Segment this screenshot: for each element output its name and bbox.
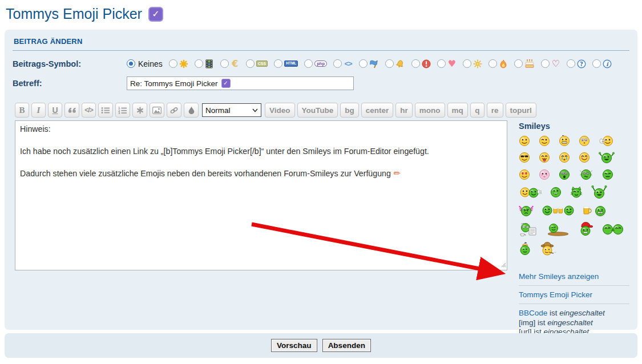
url-button[interactable] — [167, 103, 181, 118]
smiley-buddies-thumbs[interactable] — [519, 186, 542, 199]
post-icon-radio-idea[interactable] — [463, 59, 482, 68]
list-item-button[interactable] — [132, 103, 147, 118]
radio[interactable] — [411, 59, 420, 68]
preview-button[interactable]: Vorschau — [271, 339, 317, 352]
message-textarea[interactable]: Hinweis:Ich habe noch zusätzlich einen L… — [15, 120, 507, 270]
smiley-lounging[interactable] — [547, 223, 570, 236]
code-button[interactable]: </> — [82, 103, 96, 118]
smiley-reading-news[interactable] — [519, 222, 538, 237]
hr-button[interactable]: hr — [395, 103, 413, 118]
post-icon-radio-flag[interactable] — [359, 59, 379, 68]
tommys-emoji-picker-link[interactable]: Tommys Emoji Picker — [519, 290, 629, 299]
post-icon-radio-heart-outline[interactable]: ♡ — [541, 59, 560, 68]
radio[interactable] — [437, 59, 446, 68]
submit-button[interactable]: Absenden — [322, 339, 371, 352]
quote-button[interactable] — [64, 103, 79, 118]
bg-button[interactable]: bg — [340, 103, 359, 118]
radio[interactable] — [220, 59, 229, 68]
bold-button[interactable]: B — [15, 103, 29, 118]
post-icon-radio-euro[interactable]: € — [220, 58, 240, 69]
smiley-cat-wink[interactable] — [570, 187, 583, 198]
radio[interactable] — [333, 59, 342, 68]
radio[interactable] — [304, 59, 313, 68]
smiley-cool[interactable] — [519, 152, 530, 163]
post-icon-radio-fire[interactable] — [488, 59, 508, 68]
underline-button[interactable]: U — [48, 103, 62, 118]
smiley-cowboy[interactable] — [540, 241, 557, 256]
more-smileys-link[interactable]: Mehr Smileys anzeigen — [519, 272, 629, 281]
radio[interactable] — [488, 59, 497, 68]
smiley-beer-toast[interactable] — [542, 204, 574, 217]
post-icon-radio-exclaim[interactable] — [411, 59, 431, 68]
font-color-button[interactable] — [184, 103, 199, 118]
smiley-king[interactable] — [519, 242, 531, 256]
post-icon-radio-asterisk[interactable] — [169, 59, 188, 68]
smiley-dizzy[interactable] — [579, 168, 593, 181]
subject-input[interactable]: Re: Tommys Emoji Picker ✓ — [127, 76, 354, 90]
smiley-razz[interactable] — [539, 152, 550, 163]
post-icon-radio-css[interactable]: CSS — [246, 59, 268, 68]
smiley-kiss-pair[interactable] — [601, 224, 624, 235]
video-button[interactable]: Video — [265, 103, 295, 118]
post-icon-radio-film[interactable] — [195, 59, 214, 68]
smiley-row — [519, 241, 629, 256]
smiley-excited-arms[interactable] — [599, 151, 615, 164]
radio[interactable] — [385, 59, 394, 68]
italic-button[interactable]: I — [31, 103, 46, 118]
topurl-button[interactable]: topurl — [506, 103, 536, 118]
q-button[interactable]: q — [470, 103, 484, 118]
post-icon-radio-keines[interactable]: Keines — [127, 59, 163, 68]
post-icon-radio-code[interactable]: <> — [333, 59, 353, 68]
svg-text:?: ? — [580, 60, 583, 67]
smiley-blush-laugh[interactable] — [579, 152, 590, 163]
smiley-wink[interactable] — [539, 135, 550, 147]
smiley-red-cap[interactable] — [578, 222, 593, 237]
smiley-heart-eyes[interactable] — [519, 169, 530, 180]
radio[interactable] — [567, 59, 575, 68]
smiley-annoyed[interactable] — [602, 169, 613, 180]
list-button[interactable] — [98, 103, 113, 118]
ordered-list-button[interactable]: 123 — [115, 103, 130, 118]
radio[interactable] — [541, 59, 550, 68]
status-state: eingeschaltet — [559, 309, 605, 317]
radio[interactable] — [195, 59, 203, 68]
youtube-button[interactable]: YouTube — [297, 103, 338, 118]
image-icon — [152, 107, 161, 114]
smiley-smile[interactable] — [519, 135, 530, 147]
post-icon-radio-php[interactable]: php — [304, 59, 327, 68]
radio[interactable] — [169, 59, 177, 68]
radio[interactable] — [514, 59, 523, 68]
smiley-eek[interactable] — [579, 135, 590, 147]
radio[interactable] — [592, 59, 601, 68]
smiley-biggrin[interactable] — [559, 135, 570, 147]
mq-button[interactable]: mq — [447, 103, 468, 118]
post-icon-radio-html[interactable]: HTML — [274, 59, 298, 68]
radio-selected[interactable] — [127, 59, 135, 68]
bbcode-link[interactable]: BBCode — [519, 309, 547, 317]
radio[interactable] — [274, 59, 282, 68]
post-icon-radio-bell[interactable] — [385, 59, 405, 68]
smiley-cry[interactable] — [559, 152, 570, 163]
smiley-shocked[interactable] — [559, 169, 570, 180]
post-icon-radio-heart[interactable]: ♥ — [437, 59, 457, 68]
center-button[interactable]: center — [361, 103, 394, 118]
post-icon-radio-info[interactable]: i — [592, 59, 612, 68]
mono-button[interactable]: mono — [415, 103, 445, 118]
post-icon-radio-cake[interactable] — [514, 59, 535, 68]
font-size-select[interactable]: Normal — [202, 103, 261, 117]
radio[interactable] — [463, 59, 471, 68]
smiley-laugh[interactable] — [550, 187, 562, 198]
smiley-thumbs-up[interactable] — [599, 135, 613, 147]
image-button[interactable] — [150, 103, 164, 118]
resize-handle[interactable] — [500, 260, 506, 269]
smiley-cheer-arms-up[interactable] — [591, 185, 607, 199]
radio[interactable] — [246, 59, 255, 68]
post-icon-label: Beitrags-Symbol: — [13, 59, 127, 68]
smiley-blush-pink[interactable] — [539, 169, 550, 180]
post-icon-radio-question[interactable]: ? — [567, 59, 586, 68]
smiley-beer-grin[interactable] — [583, 204, 607, 217]
html-icon: HTML — [284, 60, 298, 67]
re-button[interactable]: re — [487, 103, 503, 118]
smiley-angry-pigtails[interactable] — [519, 204, 534, 217]
radio[interactable] — [359, 59, 368, 68]
